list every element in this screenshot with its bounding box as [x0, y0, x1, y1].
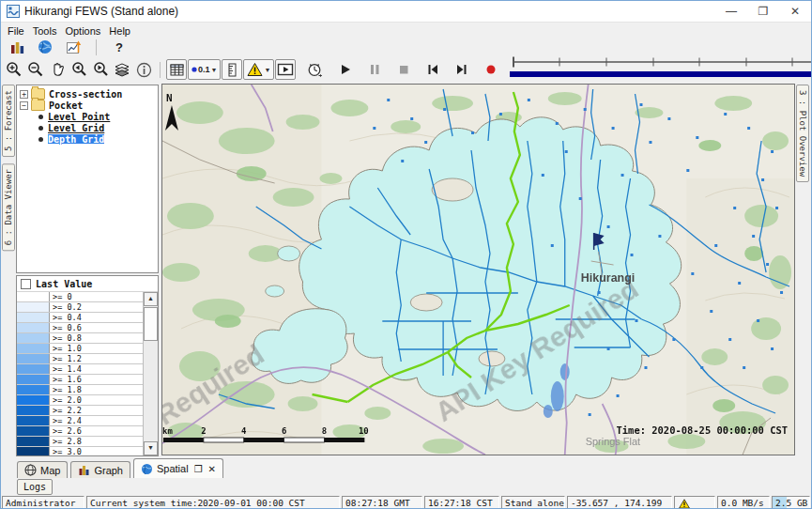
pause-button[interactable] — [364, 59, 385, 80]
legend-item[interactable]: >= 0 — [17, 292, 143, 302]
color-swatch — [17, 385, 50, 394]
zoom-next-button[interactable] — [90, 59, 111, 80]
tree-item-depth-grid[interactable]: Depth Grid — [20, 133, 158, 145]
map-panel: API Key Required API Key Required Hikura… — [161, 84, 795, 455]
legend-item[interactable]: >= 3.0 — [17, 447, 143, 455]
app-window: { "window": { "title": "Hikurangi FEWS (… — [0, 0, 812, 509]
legend-item[interactable]: >= 2.0 — [17, 395, 143, 406]
legend-item[interactable]: >= 1.0 — [17, 344, 143, 354]
menu-options[interactable]: Options — [63, 24, 107, 38]
tab-close-icon[interactable]: ✕ — [208, 464, 216, 474]
node-bullet-icon — [38, 115, 43, 119]
menu-tools[interactable]: Tools — [31, 24, 64, 38]
color-swatch — [17, 323, 50, 332]
decimal-precision-button[interactable]: 0.1 ▼ — [188, 59, 221, 80]
zoom-previous-button[interactable] — [69, 59, 89, 80]
color-swatch — [17, 344, 50, 353]
statistics-button[interactable] — [7, 37, 27, 57]
record-button[interactable] — [481, 59, 501, 80]
legend-item[interactable]: >= 0.8 — [17, 333, 143, 344]
globe-wireframe-icon — [24, 464, 37, 476]
pan-hand-icon — [49, 61, 66, 78]
svg-text:km: km — [162, 426, 173, 436]
spatial-display-button[interactable] — [63, 37, 84, 57]
last-value-checkbox[interactable] — [21, 279, 31, 289]
tree-item-level-point[interactable]: Level Point — [20, 111, 158, 122]
step-back-button[interactable] — [422, 59, 443, 80]
scroll-down-icon[interactable]: ▼ — [144, 441, 158, 455]
legend-item[interactable]: >= 2.4 — [17, 416, 143, 426]
layers-button[interactable] — [112, 59, 132, 80]
legend-item[interactable]: >= 0.4 — [17, 313, 143, 323]
color-swatch — [17, 437, 50, 446]
tab-map[interactable]: Map — [17, 461, 68, 478]
precision-value: 0.1 — [198, 65, 210, 74]
legend-item[interactable]: >= 2.6 — [17, 426, 143, 437]
legend-item[interactable]: >= 1.6 — [17, 375, 143, 385]
chevron-down-icon: ▼ — [211, 67, 218, 73]
zoom-out-button[interactable] — [25, 59, 46, 80]
warnings-button[interactable]: ▼ — [243, 59, 274, 80]
statistics-icon — [9, 39, 25, 55]
menu-file[interactable]: File — [6, 24, 31, 38]
logs-button[interactable]: Logs — [17, 479, 53, 495]
minimize-button[interactable]: — — [715, 2, 747, 22]
warning-icon — [679, 499, 690, 509]
legend-item[interactable]: >= 0.2 — [17, 302, 143, 313]
pan-button[interactable] — [47, 59, 68, 80]
record-icon — [484, 63, 498, 76]
menu-help[interactable]: Help — [107, 24, 137, 38]
play-button[interactable] — [335, 59, 356, 80]
expand-icon[interactable]: + — [20, 90, 28, 99]
step-forward-button[interactable] — [452, 59, 472, 80]
grid-display-button[interactable] — [166, 59, 187, 80]
time-navigator-button[interactable] — [304, 59, 325, 80]
map-display-button[interactable] — [35, 37, 55, 57]
globe-icon — [38, 39, 53, 54]
folder-icon — [31, 100, 45, 111]
legend-item[interactable]: >= 0.6 — [17, 323, 143, 333]
status-gmt-time: 08:27:18 GMT — [342, 496, 422, 509]
tab-spatial[interactable]: Spatial ❐ ✕ — [133, 458, 223, 478]
legend-scrollbar[interactable]: ▲ ▼ — [143, 292, 158, 455]
title-bar: Hikurangi FEWS (Stand alone) — ❐ ✕ — [1, 1, 811, 23]
zoom-out-icon — [27, 61, 44, 78]
map-canvas[interactable]: API Key Required API Key Required Hikura… — [162, 85, 794, 455]
tree-item-level-grid[interactable]: Level Grid — [20, 122, 158, 133]
zoom-in-button[interactable] — [4, 59, 24, 80]
tab-restore-icon[interactable]: ❐ — [194, 464, 203, 474]
step-back-icon — [426, 63, 439, 76]
help-button[interactable]: ? — [109, 37, 130, 57]
timeline-slider[interactable] — [508, 55, 812, 84]
maximize-button[interactable]: ❐ — [747, 2, 779, 22]
warning-icon — [247, 62, 263, 77]
tab-forecast[interactable]: 5 : Forecast — [2, 85, 15, 157]
scroll-thumb[interactable] — [144, 307, 158, 341]
stop-button[interactable] — [393, 59, 414, 80]
legend-item[interactable]: >= 2.2 — [17, 406, 143, 416]
info-button[interactable] — [133, 59, 154, 80]
dot-icon — [192, 67, 197, 72]
animation-player-button[interactable] — [275, 59, 296, 80]
close-button[interactable]: ✕ — [779, 2, 811, 22]
scale-ruler-button[interactable] — [222, 59, 242, 80]
right-tab-strip: 3 : Plot Overview — [795, 84, 811, 457]
legend-header: Last Value — [17, 276, 158, 292]
bottom-tab-bar: Map Graph Spatial ❐ ✕ — [1, 457, 811, 478]
tab-data-viewer[interactable]: 6 : Data Viewer — [2, 163, 15, 251]
legend-panel: Last Value >= 0 >= 0.2 >= 0.4 >= 0.6 >= … — [16, 275, 159, 456]
legend-item[interactable]: >= 1.2 — [17, 354, 143, 364]
legend-item[interactable]: >= 1.4 — [17, 364, 143, 375]
tree-item-cross-section[interactable]: + Cross-section — [20, 88, 158, 100]
legend-item[interactable]: >= 1.8 — [17, 385, 143, 395]
status-system-time: Current system time:2020-09-01 00:00 CST — [86, 496, 340, 509]
status-warning-cell[interactable] — [674, 496, 715, 509]
legend-item[interactable]: >= 2.8 — [17, 437, 143, 447]
collapse-icon[interactable]: − — [20, 101, 28, 110]
scroll-up-icon[interactable]: ▲ — [144, 292, 158, 306]
tab-plot-overview[interactable]: 3 : Plot Overview — [796, 85, 809, 182]
app-logo-icon — [7, 5, 20, 18]
spatial-display-icon — [66, 39, 82, 55]
tab-graph[interactable]: Graph — [70, 461, 130, 478]
tree-item-pocket[interactable]: − Pocket — [20, 100, 158, 111]
